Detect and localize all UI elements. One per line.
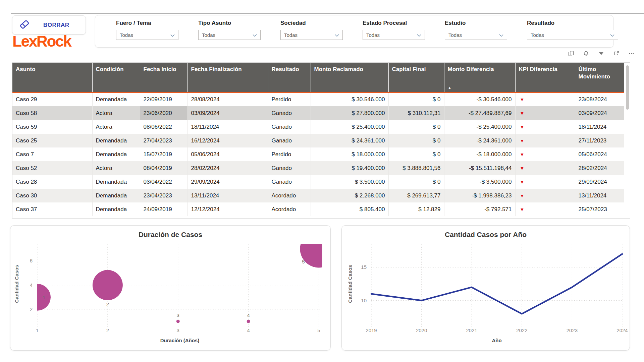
table-scrollbar[interactable] (625, 65, 630, 216)
table-row[interactable]: Caso 7Demandada15/07/201905/06/2024Perdi… (12, 147, 624, 161)
table-cell[interactable]: 05/06/2024 (187, 147, 268, 161)
kpi-down-arrow-icon[interactable]: ▼ (515, 175, 575, 189)
table-cell[interactable]: 18/11/2024 (187, 120, 268, 134)
bubble-point[interactable] (24, 284, 51, 311)
table-cell[interactable]: 08/06/2022 (140, 120, 187, 134)
table-cell[interactable]: 27/04/2023 (140, 134, 187, 147)
table-cell[interactable]: $ 3.500.000 (311, 175, 388, 189)
table-cell[interactable]: Actora (92, 161, 140, 175)
bubble-point[interactable] (176, 320, 180, 323)
table-cell[interactable]: Caso 7 (12, 147, 92, 161)
table-row[interactable]: Caso 25Demandada27/04/202316/12/2024Gana… (12, 134, 624, 147)
table-cell[interactable]: -$ 1.998.386,23 (444, 189, 515, 202)
table-cell[interactable]: -$ 18.000.000 (444, 147, 515, 161)
table-row[interactable]: Caso 52Actora08/04/201928/02/2024Ganado$… (12, 161, 624, 175)
table-cell[interactable]: Demandada (92, 147, 140, 161)
table-cell[interactable]: Caso 58 (12, 106, 92, 120)
table-cell[interactable]: Caso 28 (12, 175, 92, 189)
table-cell[interactable]: 28/02/2024 (187, 161, 268, 175)
column-header-fecha-inicio[interactable]: Fecha Inicio (140, 63, 187, 93)
table-cell[interactable]: 25/07/2023 (575, 202, 624, 216)
table-cell[interactable]: 16/12/2024 (187, 134, 268, 147)
table-cell[interactable]: 29/09/2024 (575, 175, 624, 189)
table-cell[interactable]: 08/04/2019 (140, 161, 187, 175)
kpi-down-arrow-icon[interactable]: ▼ (515, 202, 575, 216)
kpi-down-arrow-icon[interactable]: ▼ (515, 189, 575, 202)
kpi-down-arrow-icon[interactable]: ▼ (515, 106, 575, 120)
table-cell[interactable]: Caso 29 (12, 93, 92, 106)
table-cell[interactable]: 03/09/2024 (187, 106, 268, 120)
table-row[interactable]: Caso 59Actora08/06/202218/11/2024Ganado$… (12, 120, 624, 134)
estado-procesal-dropdown[interactable]: Todas (363, 30, 425, 40)
focus-mode-icon[interactable] (613, 51, 619, 56)
table-cell[interactable]: Acordado (268, 202, 311, 216)
more-options-icon[interactable] (629, 51, 634, 56)
table-cell[interactable]: Perdido (268, 93, 311, 106)
table-cell[interactable]: Actora (92, 120, 140, 134)
table-cell[interactable]: 28/02/2024 (575, 161, 624, 175)
table-cell[interactable]: 18/11/2024 (575, 120, 624, 134)
table-cell[interactable]: -$ 792.571 (444, 202, 515, 216)
column-header-kpi-diferencia[interactable]: KPI Diferencia (515, 63, 575, 93)
table-cell[interactable]: $ 0 (388, 134, 444, 147)
column-header--ltimo-movimiento[interactable]: Último Movimiento (575, 63, 624, 93)
table-cell[interactable]: 29/09/2024 (187, 175, 268, 189)
table-cell[interactable]: $ 269.613,77 (388, 189, 444, 202)
table-cell[interactable]: 22/09/2019 (140, 93, 187, 106)
filters-icon[interactable] (598, 51, 604, 56)
table-cell[interactable]: -$ 15.511.198,44 (444, 161, 515, 175)
column-header-monto-diferencia[interactable]: Monto Diferencia▲ (444, 63, 515, 93)
resultado-dropdown[interactable]: Todas (527, 30, 618, 40)
table-cell[interactable]: Demandada (92, 93, 140, 106)
sociedad-dropdown[interactable]: Todas (280, 30, 343, 40)
column-header-asunto[interactable]: Asunto (12, 63, 92, 93)
table-cell[interactable]: 13/11/2024 (187, 189, 268, 202)
table-cell[interactable]: $ 0 (388, 93, 444, 106)
table-cell[interactable]: Ganado (268, 106, 311, 120)
table-cell[interactable]: Demandada (92, 189, 140, 202)
kpi-down-arrow-icon[interactable]: ▼ (515, 147, 575, 161)
kpi-down-arrow-icon[interactable]: ▼ (515, 161, 575, 175)
bubble-point[interactable] (247, 320, 250, 323)
table-cell[interactable]: $ 12.829 (388, 202, 444, 216)
table-cell[interactable]: $ 18.000.000 (311, 147, 388, 161)
column-header-monto-reclamado[interactable]: Monto Reclamado (311, 63, 388, 93)
kpi-down-arrow-icon[interactable]: ▼ (515, 93, 575, 106)
copy-icon[interactable] (568, 51, 574, 56)
table-cell[interactable]: $ 0 (388, 147, 444, 161)
table-cell[interactable]: Demandada (92, 134, 140, 147)
alerts-icon[interactable] (583, 51, 589, 56)
kpi-down-arrow-icon[interactable]: ▼ (515, 120, 575, 134)
table-row[interactable]: Caso 37Demandada24/09/201912/12/2024Acor… (12, 202, 624, 216)
table-scrollbar-thumb[interactable] (626, 65, 629, 110)
table-cell[interactable]: Caso 37 (12, 202, 92, 216)
table-cell[interactable]: $ 2.268.000 (311, 189, 388, 202)
table-cell[interactable]: $ 24.361.000 (311, 134, 388, 147)
bubble-point[interactable] (93, 270, 123, 300)
table-cell[interactable]: Caso 30 (12, 189, 92, 202)
table-cell[interactable]: Ganado (268, 161, 311, 175)
table-cell[interactable]: 27/11/2023 (575, 134, 624, 147)
column-header-resultado[interactable]: Resultado (268, 63, 311, 93)
table-cell[interactable]: 23/06/2020 (140, 106, 187, 120)
clear-filters-button[interactable]: BORRAR (12, 15, 86, 35)
table-cell[interactable]: 15/07/2019 (140, 147, 187, 161)
table-row[interactable]: Caso 58Actora23/06/202003/09/2024Ganado$… (12, 106, 624, 120)
table-cell[interactable]: 23/04/2023 (140, 189, 187, 202)
table-cell[interactable]: Ganado (268, 134, 311, 147)
table-cell[interactable]: $ 3.888.801,56 (388, 161, 444, 175)
table-cell[interactable]: Caso 25 (12, 134, 92, 147)
table-cell[interactable]: $ 25.400.000 (311, 120, 388, 134)
table-cell[interactable]: $ 27.800.000 (311, 106, 388, 120)
table-row[interactable]: Caso 29Demandada22/09/201928/08/2024Perd… (12, 93, 624, 106)
table-cell[interactable]: 28/08/2024 (187, 93, 268, 106)
column-header-fecha-finalizaci-n[interactable]: Fecha Finalización (187, 63, 268, 93)
table-cell[interactable]: Caso 59 (12, 120, 92, 134)
table-cell[interactable]: 03/09/2024 (575, 106, 624, 120)
table-cell[interactable]: -$ 3.500.000 (444, 175, 515, 189)
table-cell[interactable]: Ganado (268, 120, 311, 134)
table-cell[interactable]: -$ 30.546.000 (444, 93, 515, 106)
table-cell[interactable]: 23/08/2024 (575, 93, 624, 106)
table-cell[interactable]: $ 0 (388, 175, 444, 189)
table-cell[interactable]: Caso 52 (12, 161, 92, 175)
